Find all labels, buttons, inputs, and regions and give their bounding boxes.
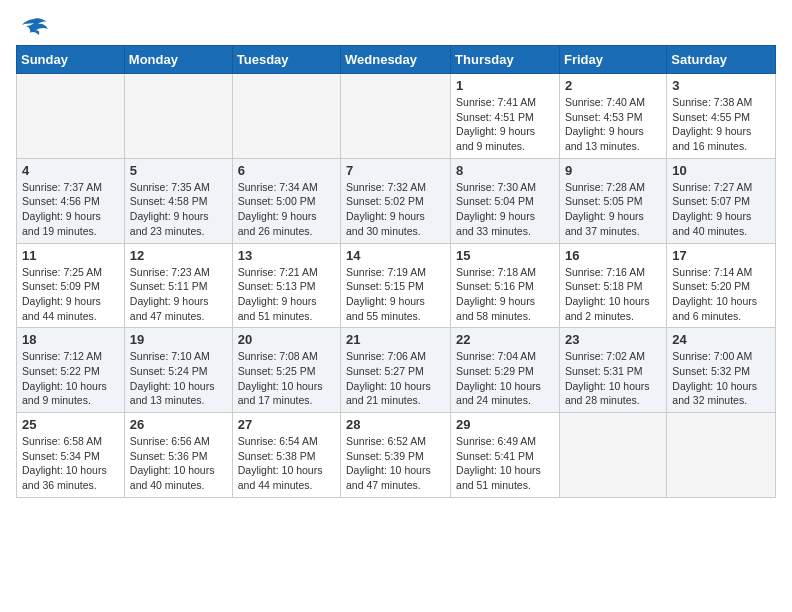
calendar-cell: 21Sunrise: 7:06 AM Sunset: 5:27 PM Dayli…: [341, 328, 451, 413]
day-number: 5: [130, 163, 227, 178]
calendar-cell: 6Sunrise: 7:34 AM Sunset: 5:00 PM Daylig…: [232, 158, 340, 243]
day-of-week-header: Thursday: [451, 46, 560, 74]
calendar-header-row: SundayMondayTuesdayWednesdayThursdayFrid…: [17, 46, 776, 74]
calendar-cell: 12Sunrise: 7:23 AM Sunset: 5:11 PM Dayli…: [124, 243, 232, 328]
day-info: Sunrise: 7:16 AM Sunset: 5:18 PM Dayligh…: [565, 265, 661, 324]
day-info: Sunrise: 7:21 AM Sunset: 5:13 PM Dayligh…: [238, 265, 335, 324]
day-info: Sunrise: 6:56 AM Sunset: 5:36 PM Dayligh…: [130, 434, 227, 493]
day-number: 17: [672, 248, 770, 263]
day-info: Sunrise: 7:08 AM Sunset: 5:25 PM Dayligh…: [238, 349, 335, 408]
calendar-cell: [667, 413, 776, 498]
calendar-cell: 25Sunrise: 6:58 AM Sunset: 5:34 PM Dayli…: [17, 413, 125, 498]
day-number: 23: [565, 332, 661, 347]
day-number: 20: [238, 332, 335, 347]
day-info: Sunrise: 7:19 AM Sunset: 5:15 PM Dayligh…: [346, 265, 445, 324]
calendar-cell: 14Sunrise: 7:19 AM Sunset: 5:15 PM Dayli…: [341, 243, 451, 328]
day-info: Sunrise: 7:27 AM Sunset: 5:07 PM Dayligh…: [672, 180, 770, 239]
day-number: 16: [565, 248, 661, 263]
day-info: Sunrise: 7:23 AM Sunset: 5:11 PM Dayligh…: [130, 265, 227, 324]
calendar-cell: 8Sunrise: 7:30 AM Sunset: 5:04 PM Daylig…: [451, 158, 560, 243]
logo: [16, 16, 48, 37]
day-info: Sunrise: 7:38 AM Sunset: 4:55 PM Dayligh…: [672, 95, 770, 154]
day-info: Sunrise: 6:49 AM Sunset: 5:41 PM Dayligh…: [456, 434, 554, 493]
calendar-week-row: 18Sunrise: 7:12 AM Sunset: 5:22 PM Dayli…: [17, 328, 776, 413]
day-number: 1: [456, 78, 554, 93]
day-number: 21: [346, 332, 445, 347]
calendar-cell: 23Sunrise: 7:02 AM Sunset: 5:31 PM Dayli…: [559, 328, 666, 413]
day-number: 3: [672, 78, 770, 93]
day-number: 2: [565, 78, 661, 93]
calendar-cell: 15Sunrise: 7:18 AM Sunset: 5:16 PM Dayli…: [451, 243, 560, 328]
day-info: Sunrise: 7:37 AM Sunset: 4:56 PM Dayligh…: [22, 180, 119, 239]
day-number: 26: [130, 417, 227, 432]
day-info: Sunrise: 7:40 AM Sunset: 4:53 PM Dayligh…: [565, 95, 661, 154]
day-of-week-header: Monday: [124, 46, 232, 74]
day-info: Sunrise: 7:30 AM Sunset: 5:04 PM Dayligh…: [456, 180, 554, 239]
calendar-cell: 5Sunrise: 7:35 AM Sunset: 4:58 PM Daylig…: [124, 158, 232, 243]
calendar-cell: [341, 74, 451, 159]
day-number: 14: [346, 248, 445, 263]
day-number: 6: [238, 163, 335, 178]
day-info: Sunrise: 7:32 AM Sunset: 5:02 PM Dayligh…: [346, 180, 445, 239]
calendar-cell: 4Sunrise: 7:37 AM Sunset: 4:56 PM Daylig…: [17, 158, 125, 243]
calendar-cell: 28Sunrise: 6:52 AM Sunset: 5:39 PM Dayli…: [341, 413, 451, 498]
day-info: Sunrise: 7:04 AM Sunset: 5:29 PM Dayligh…: [456, 349, 554, 408]
calendar-cell: 11Sunrise: 7:25 AM Sunset: 5:09 PM Dayli…: [17, 243, 125, 328]
day-info: Sunrise: 7:18 AM Sunset: 5:16 PM Dayligh…: [456, 265, 554, 324]
day-info: Sunrise: 6:58 AM Sunset: 5:34 PM Dayligh…: [22, 434, 119, 493]
calendar-cell: 17Sunrise: 7:14 AM Sunset: 5:20 PM Dayli…: [667, 243, 776, 328]
day-info: Sunrise: 7:28 AM Sunset: 5:05 PM Dayligh…: [565, 180, 661, 239]
calendar-cell: 19Sunrise: 7:10 AM Sunset: 5:24 PM Dayli…: [124, 328, 232, 413]
page-header: [16, 16, 776, 37]
day-number: 12: [130, 248, 227, 263]
calendar-cell: 18Sunrise: 7:12 AM Sunset: 5:22 PM Dayli…: [17, 328, 125, 413]
day-number: 7: [346, 163, 445, 178]
calendar-cell: 3Sunrise: 7:38 AM Sunset: 4:55 PM Daylig…: [667, 74, 776, 159]
calendar-cell: 20Sunrise: 7:08 AM Sunset: 5:25 PM Dayli…: [232, 328, 340, 413]
day-info: Sunrise: 7:35 AM Sunset: 4:58 PM Dayligh…: [130, 180, 227, 239]
day-number: 15: [456, 248, 554, 263]
calendar-cell: 1Sunrise: 7:41 AM Sunset: 4:51 PM Daylig…: [451, 74, 560, 159]
day-number: 29: [456, 417, 554, 432]
day-of-week-header: Wednesday: [341, 46, 451, 74]
calendar-cell: 24Sunrise: 7:00 AM Sunset: 5:32 PM Dayli…: [667, 328, 776, 413]
day-number: 18: [22, 332, 119, 347]
calendar-cell: [559, 413, 666, 498]
calendar-cell: [124, 74, 232, 159]
calendar-cell: 13Sunrise: 7:21 AM Sunset: 5:13 PM Dayli…: [232, 243, 340, 328]
day-info: Sunrise: 7:25 AM Sunset: 5:09 PM Dayligh…: [22, 265, 119, 324]
day-info: Sunrise: 7:41 AM Sunset: 4:51 PM Dayligh…: [456, 95, 554, 154]
calendar-cell: 10Sunrise: 7:27 AM Sunset: 5:07 PM Dayli…: [667, 158, 776, 243]
calendar-cell: 9Sunrise: 7:28 AM Sunset: 5:05 PM Daylig…: [559, 158, 666, 243]
day-number: 22: [456, 332, 554, 347]
day-info: Sunrise: 7:06 AM Sunset: 5:27 PM Dayligh…: [346, 349, 445, 408]
calendar-table: SundayMondayTuesdayWednesdayThursdayFrid…: [16, 45, 776, 498]
calendar-week-row: 4Sunrise: 7:37 AM Sunset: 4:56 PM Daylig…: [17, 158, 776, 243]
calendar-week-row: 11Sunrise: 7:25 AM Sunset: 5:09 PM Dayli…: [17, 243, 776, 328]
calendar-cell: 22Sunrise: 7:04 AM Sunset: 5:29 PM Dayli…: [451, 328, 560, 413]
day-number: 19: [130, 332, 227, 347]
day-number: 8: [456, 163, 554, 178]
logo-bird-icon: [20, 17, 48, 37]
day-of-week-header: Friday: [559, 46, 666, 74]
day-of-week-header: Tuesday: [232, 46, 340, 74]
day-number: 9: [565, 163, 661, 178]
day-info: Sunrise: 7:12 AM Sunset: 5:22 PM Dayligh…: [22, 349, 119, 408]
day-info: Sunrise: 7:02 AM Sunset: 5:31 PM Dayligh…: [565, 349, 661, 408]
calendar-cell: 27Sunrise: 6:54 AM Sunset: 5:38 PM Dayli…: [232, 413, 340, 498]
calendar-cell: [17, 74, 125, 159]
calendar-week-row: 1Sunrise: 7:41 AM Sunset: 4:51 PM Daylig…: [17, 74, 776, 159]
day-info: Sunrise: 6:52 AM Sunset: 5:39 PM Dayligh…: [346, 434, 445, 493]
day-info: Sunrise: 6:54 AM Sunset: 5:38 PM Dayligh…: [238, 434, 335, 493]
calendar-week-row: 25Sunrise: 6:58 AM Sunset: 5:34 PM Dayli…: [17, 413, 776, 498]
day-number: 24: [672, 332, 770, 347]
calendar-cell: 7Sunrise: 7:32 AM Sunset: 5:02 PM Daylig…: [341, 158, 451, 243]
day-of-week-header: Sunday: [17, 46, 125, 74]
day-number: 27: [238, 417, 335, 432]
day-info: Sunrise: 7:14 AM Sunset: 5:20 PM Dayligh…: [672, 265, 770, 324]
calendar-cell: 16Sunrise: 7:16 AM Sunset: 5:18 PM Dayli…: [559, 243, 666, 328]
day-number: 13: [238, 248, 335, 263]
day-number: 28: [346, 417, 445, 432]
day-number: 4: [22, 163, 119, 178]
day-number: 25: [22, 417, 119, 432]
